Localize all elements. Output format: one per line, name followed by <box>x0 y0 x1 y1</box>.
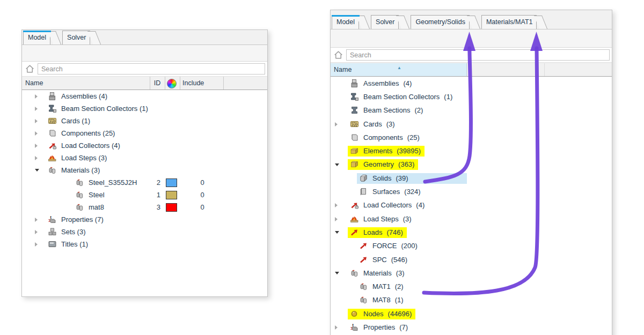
tree-item-loads[interactable]: Loads(746) <box>331 226 612 239</box>
material-color-swatch[interactable] <box>166 191 177 199</box>
tree-item-geometry[interactable]: Geometry(363) <box>331 158 612 172</box>
tab-label: Solver <box>67 34 86 41</box>
tree-item-label: Steel_S355J2H <box>89 178 137 187</box>
tree-item-cards[interactable]: Cards(3) <box>331 117 612 131</box>
tree-item-mat8[interactable]: mat830 <box>22 201 267 213</box>
tree-item-titles-1[interactable]: Titles (1) <box>22 238 267 250</box>
home-icon[interactable] <box>333 50 343 60</box>
tab-solver[interactable]: Solver <box>371 15 399 29</box>
tree-item-assemblies-4[interactable]: Assemblies (4) <box>22 90 267 102</box>
tree-item-count: (3) <box>403 215 412 223</box>
expander-collapsed-icon[interactable] <box>334 217 348 221</box>
tree-item-cards-1[interactable]: Cards (1) <box>22 115 267 127</box>
expander-collapsed-icon[interactable] <box>35 131 46 136</box>
tree-item-beam-sections[interactable]: Beam Sections(2) <box>331 104 612 117</box>
tree-item-label: Assemblies (4) <box>61 92 107 100</box>
left-toolbar-gap <box>22 45 267 62</box>
sort-ascending-icon[interactable]: ▲ <box>397 62 401 75</box>
tree-item-elements[interactable]: Elements(39895) <box>331 144 612 158</box>
expander-expanded-icon[interactable] <box>35 169 46 172</box>
tree-item-load-collectors-4[interactable]: Load Collectors (4) <box>22 139 267 152</box>
tree-item-count: (44696) <box>388 310 412 318</box>
tab-model[interactable]: Model <box>23 31 50 44</box>
tree-item-label: Materials <box>363 269 392 277</box>
tree-item-beam-section-collectors-1[interactable]: Beam Section Collectors (1) <box>22 102 267 115</box>
column-divider <box>544 63 545 76</box>
column-header-include[interactable]: Include <box>182 77 204 90</box>
triangle-glyph <box>335 325 338 330</box>
highlighted-item-box: Geometry(363) <box>348 159 418 170</box>
tree-item-properties-7[interactable]: tProperties (7) <box>22 213 267 226</box>
tree-item-load-steps[interactable]: Load Steps(3) <box>331 212 612 226</box>
column-header-name[interactable]: Name <box>25 77 43 90</box>
expander-collapsed-icon[interactable] <box>334 122 348 126</box>
tree-item-components-25[interactable]: Components (25) <box>22 127 267 139</box>
tab-geometry-solids[interactable]: Geometry/Solids <box>411 15 469 29</box>
item-box: SPC(546) <box>357 255 411 265</box>
tree-item-spc[interactable]: SPC(546) <box>331 253 612 266</box>
triangle-glyph <box>335 231 339 234</box>
expander-expanded-icon[interactable] <box>334 163 348 166</box>
titles-icon <box>47 240 57 249</box>
item-box: Materials(3) <box>348 268 408 279</box>
tree-item-count: (1) <box>444 93 452 101</box>
material-color-swatch[interactable] <box>166 178 177 187</box>
expander-collapsed-icon[interactable] <box>35 144 46 148</box>
triangle-glyph <box>335 203 338 207</box>
tree-item-components[interactable]: Components(25) <box>331 131 612 144</box>
item-box: Cards (1) <box>46 116 94 126</box>
material-icon <box>74 178 85 187</box>
column-header-id[interactable]: ID <box>150 77 165 90</box>
tab-model[interactable]: Model <box>332 15 359 29</box>
expander-collapsed-icon[interactable] <box>35 242 46 247</box>
tree-item-surfaces[interactable]: Surfaces(324) <box>331 185 612 198</box>
tree-item-assemblies[interactable]: Assemblies(4) <box>331 77 612 90</box>
search-input[interactable] <box>38 63 265 75</box>
tree-item-materials-3[interactable]: Materials (3) <box>22 164 267 176</box>
tab-solver[interactable]: Solver <box>62 31 90 44</box>
tree-item-nodes[interactable]: Nodes(44696) <box>331 307 612 321</box>
column-header-name[interactable]: Name <box>334 63 352 76</box>
tree-item-solids[interactable]: Solids(39) <box>331 172 612 185</box>
expander-collapsed-icon[interactable] <box>35 94 46 99</box>
load-collectors-icon <box>47 141 57 150</box>
expander-expanded-icon[interactable] <box>334 272 348 274</box>
tree-item-label: Properties (7) <box>61 215 104 224</box>
tree-item-count: (363) <box>398 160 414 168</box>
tree-item-label: Nodes <box>363 310 384 318</box>
expander-collapsed-icon[interactable] <box>35 230 46 234</box>
tree-item-mat8[interactable]: MAT8(1) <box>331 294 612 307</box>
item-box: Beam Sections(2) <box>348 105 427 116</box>
item-box: Beam Section Collectors (1) <box>46 103 152 114</box>
item-box: Materials (3) <box>46 165 104 176</box>
tree-item-mat1[interactable]: MAT1(2) <box>331 280 612 293</box>
expander-collapsed-icon[interactable] <box>35 156 46 160</box>
expander-collapsed-icon[interactable] <box>35 107 46 111</box>
tree-item-properties[interactable]: tProperties(7) <box>331 321 612 334</box>
expander-collapsed-icon[interactable] <box>334 203 348 207</box>
expander-collapsed-icon[interactable] <box>35 119 46 123</box>
expander-collapsed-icon[interactable] <box>334 325 348 330</box>
tab-label: Materials/MAT1 <box>486 18 533 26</box>
tree-item-load-steps-3[interactable]: Load Steps (3) <box>22 152 267 164</box>
tree-item-count: (200) <box>401 242 418 250</box>
expander-expanded-icon[interactable] <box>334 231 348 234</box>
tree-item-steel-s355j2h[interactable]: Steel_S355J2H20 <box>22 176 267 189</box>
expander-collapsed-icon[interactable] <box>35 218 46 222</box>
color-wheel-icon[interactable] <box>167 79 177 88</box>
tree-item-force[interactable]: FORCE(200) <box>331 240 612 253</box>
left-model-tree: Assemblies (4)Beam Section Collectors (1… <box>22 90 267 250</box>
tree-item-steel[interactable]: Steel10 <box>22 189 267 201</box>
tab-materials-mat1[interactable]: Materials/MAT1 <box>481 15 537 29</box>
tree-item-sets-3[interactable]: Sets (3) <box>22 226 267 238</box>
tree-item-label: Elements <box>363 147 392 155</box>
tree-item-materials[interactable]: Materials(3) <box>331 266 612 280</box>
tree-item-label: Beam Section Collectors (1) <box>61 105 148 113</box>
material-color-swatch[interactable] <box>166 203 177 212</box>
components-icon <box>349 133 360 142</box>
search-input[interactable] <box>346 49 610 61</box>
home-icon[interactable] <box>25 64 35 74</box>
tree-item-beam-section-collectors[interactable]: Beam Section Collectors(1) <box>331 90 612 103</box>
item-box: Assemblies (4) <box>46 91 111 102</box>
tree-item-load-collectors[interactable]: Load Collectors(4) <box>331 199 612 212</box>
